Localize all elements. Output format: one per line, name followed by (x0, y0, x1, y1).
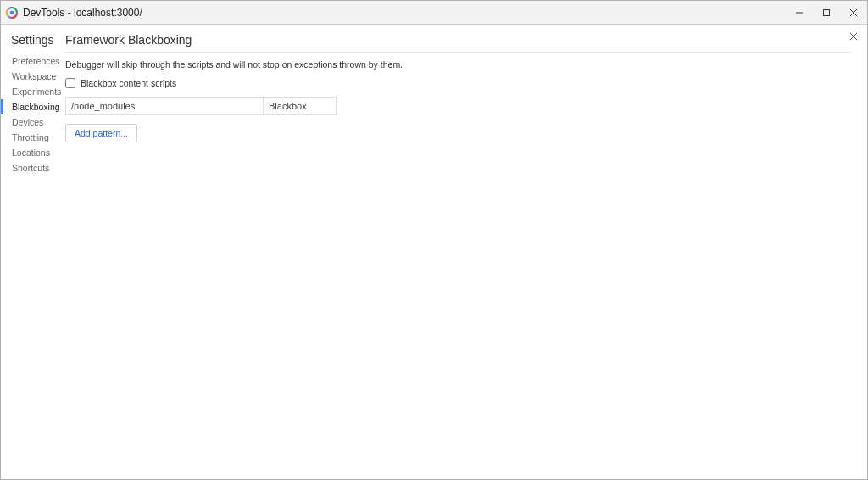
settings-sidebar: Settings PreferencesWorkspaceExperiments… (1, 25, 55, 479)
settings-title: Settings (9, 33, 55, 47)
window-controls (786, 1, 867, 24)
page-title: Framework Blackboxing (65, 33, 852, 47)
divider (65, 52, 852, 53)
behavior-cell[interactable]: Blackbox (264, 98, 336, 114)
sidebar-item-workspace[interactable]: Workspace (1, 69, 55, 84)
sidebar-item-preferences[interactable]: Preferences (1, 53, 55, 69)
patterns-table: /node_modules Blackbox (65, 97, 337, 115)
settings-main: Framework Blackboxing Debugger will skip… (55, 25, 867, 479)
sidebar-item-devices[interactable]: Devices (1, 114, 55, 130)
blackbox-content-scripts-checkbox[interactable] (65, 78, 75, 88)
sidebar-item-experiments[interactable]: Experiments (1, 84, 55, 99)
sidebar-item-throttling[interactable]: Throttling (1, 130, 55, 145)
help-text: Debugger will skip through the scripts a… (65, 59, 852, 70)
svg-rect-6 (824, 9, 830, 15)
close-button[interactable] (840, 1, 867, 24)
minimize-button[interactable] (786, 1, 813, 24)
blackbox-content-scripts-row[interactable]: Blackbox content scripts (65, 78, 852, 88)
svg-point-4 (10, 10, 14, 14)
titlebar: DevTools - localhost:3000/ (1, 1, 867, 25)
add-pattern-button[interactable]: Add pattern... (65, 124, 137, 142)
sidebar-item-shortcuts[interactable]: Shortcuts (1, 160, 55, 176)
settings-body: Settings PreferencesWorkspaceExperiments… (1, 25, 867, 479)
maximize-button[interactable] (813, 1, 840, 24)
pattern-cell[interactable]: /node_modules (66, 98, 264, 114)
sidebar-item-locations[interactable]: Locations (1, 145, 55, 160)
add-pattern-row: Add pattern... (65, 124, 852, 142)
sidebar-item-blackboxing[interactable]: Blackboxing (1, 99, 55, 114)
close-settings-button[interactable] (847, 30, 860, 43)
blackbox-content-scripts-label[interactable]: Blackbox content scripts (81, 78, 176, 88)
window-title: DevTools - localhost:3000/ (23, 7, 142, 19)
app-window: DevTools - localhost:3000/ Settings Pref… (0, 0, 868, 480)
devtools-icon (6, 7, 18, 19)
